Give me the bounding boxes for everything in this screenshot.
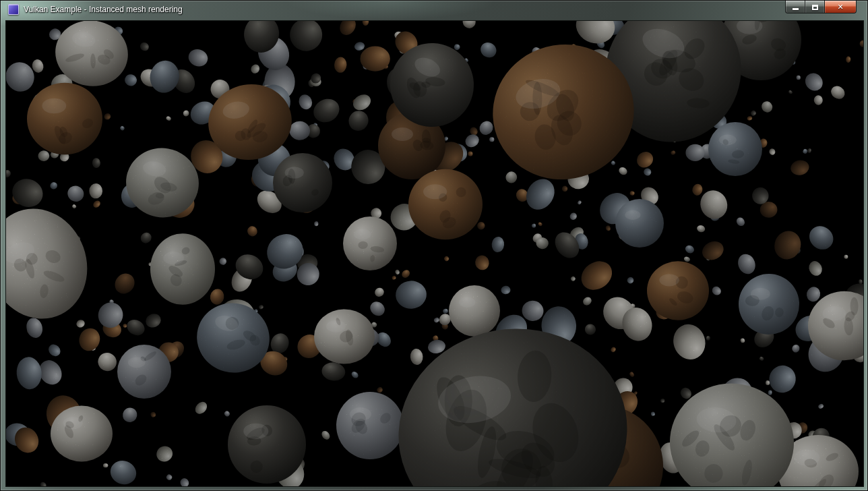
minimize-button[interactable] bbox=[785, 1, 805, 13]
app-window: Vulkan Example - Instanced mesh renderin… bbox=[0, 0, 868, 491]
caption-buttons: ✕ bbox=[785, 1, 857, 13]
asteroid-field-render bbox=[6, 21, 863, 486]
titlebar[interactable]: Vulkan Example - Instanced mesh renderin… bbox=[1, 1, 867, 21]
minimize-icon bbox=[793, 8, 799, 10]
app-icon[interactable] bbox=[8, 4, 19, 15]
close-icon: ✕ bbox=[837, 3, 843, 11]
window-title: Vulkan Example - Instanced mesh renderin… bbox=[24, 5, 183, 14]
close-button[interactable]: ✕ bbox=[825, 1, 857, 13]
render-viewport[interactable] bbox=[6, 21, 863, 486]
maximize-button[interactable] bbox=[805, 1, 825, 13]
maximize-icon bbox=[812, 5, 818, 10]
